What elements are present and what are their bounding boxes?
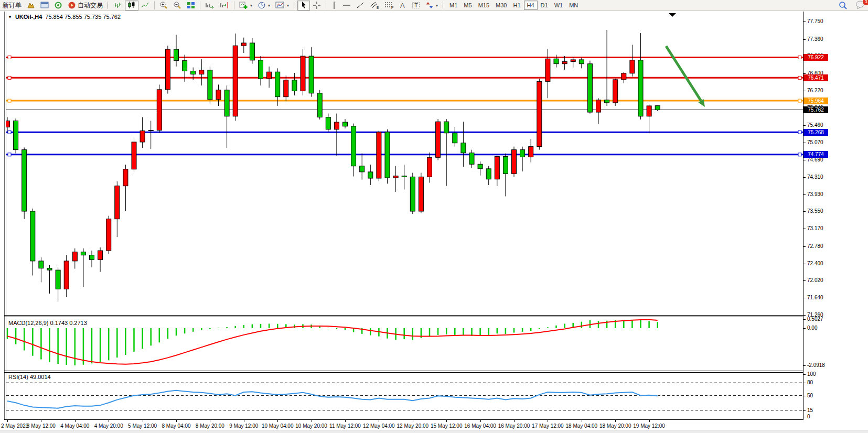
signal-button[interactable]: [51, 1, 65, 10]
auto-scroll-button[interactable]: [202, 1, 217, 10]
market-watch-button[interactable]: [24, 1, 38, 10]
time-label: 4 May 04:00: [60, 423, 89, 429]
rsi-label: RSI(14) 49.0014: [8, 374, 51, 380]
time-tick: [143, 420, 143, 422]
level-handle[interactable]: [798, 153, 801, 156]
zoom-out-button[interactable]: [170, 1, 184, 10]
price-tick: [803, 177, 806, 178]
chat-button[interactable]: 1: [855, 0, 866, 11]
level-handle[interactable]: [8, 131, 11, 134]
rsi-axis-tick: [803, 410, 806, 411]
level-handle[interactable]: [798, 99, 801, 102]
timeframe-M15[interactable]: M15: [475, 1, 492, 10]
cursor-icon: [300, 1, 307, 9]
timeframe-M1[interactable]: M1: [446, 1, 460, 10]
fibonacci-tool-button[interactable]: F: [382, 1, 397, 10]
level-handle[interactable]: [798, 56, 801, 59]
candle-down: [486, 169, 491, 179]
main-chart[interactable]: [6, 13, 803, 315]
toolbar-separator: [154, 1, 155, 9]
terminal-button[interactable]: [38, 1, 51, 10]
cursor-tool-button[interactable]: [297, 1, 310, 10]
level-handle[interactable]: [8, 153, 11, 156]
collapse-triangle-icon[interactable]: ▼: [8, 15, 12, 19]
level-handle[interactable]: [8, 99, 11, 102]
level-handle[interactable]: [798, 76, 801, 79]
chart-line-button[interactable]: [138, 1, 152, 10]
time-label: 8 May 20:00: [196, 423, 224, 429]
indicators-button[interactable]: ▾: [237, 1, 255, 10]
rsi-axis-tick: [803, 417, 806, 417]
candle-down: [410, 177, 415, 211]
candle-up: [647, 106, 651, 116]
auto-trade-button[interactable]: 自动交易: [65, 1, 105, 10]
rsi-axis-tick: [803, 383, 806, 383]
price-axis-border: [803, 12, 803, 420]
search-button[interactable]: [836, 1, 850, 10]
time-tick: [582, 420, 582, 422]
candle-down: [309, 56, 314, 93]
level-handle[interactable]: [8, 56, 11, 59]
trendline-tool-button[interactable]: [353, 1, 367, 10]
price-tick-label: 72.780: [807, 243, 823, 250]
timeframe-M30[interactable]: M30: [492, 1, 510, 10]
time-tick: [379, 420, 379, 422]
label-tool-button[interactable]: T: [409, 1, 423, 10]
svg-text:T: T: [414, 2, 418, 8]
price-badge-75.964: 75.964: [803, 98, 828, 104]
time-label: 11 May 12:00: [329, 423, 361, 429]
price-tick: [803, 91, 806, 91]
arrows-tool-button[interactable]: ▾: [423, 1, 441, 10]
time-tick: [109, 420, 109, 422]
crosshair-tool-button[interactable]: [310, 1, 324, 10]
level-handle[interactable]: [798, 131, 801, 134]
horizontal-line-tool-button[interactable]: [340, 1, 353, 10]
channel-tool-button[interactable]: E: [367, 1, 382, 10]
template-icon: [275, 1, 285, 9]
tile-windows-button[interactable]: [184, 1, 198, 10]
templates-button[interactable]: ▾: [273, 1, 292, 10]
zoom-in-button[interactable]: [157, 1, 170, 10]
chart-candles-button[interactable]: [125, 1, 138, 10]
time-tick: [277, 420, 278, 422]
text-tool-button[interactable]: A: [397, 1, 409, 10]
price-tick: [803, 298, 806, 298]
time-label: 10 May 20:00: [295, 423, 327, 429]
candle-up: [284, 80, 288, 97]
candle-up: [393, 176, 398, 178]
candle-up: [216, 90, 221, 100]
timeframe-M5[interactable]: M5: [460, 1, 475, 10]
candle-up: [334, 122, 339, 129]
timeframe-W1[interactable]: W1: [551, 1, 566, 10]
timeframe-H1[interactable]: H1: [510, 1, 523, 10]
vertical-line-tool-button[interactable]: [328, 1, 340, 10]
price-tick: [803, 229, 806, 229]
toolbar-separator: [326, 1, 326, 9]
timeframe-MN[interactable]: MN: [566, 1, 581, 10]
chart-shift-button[interactable]: [217, 1, 232, 10]
macd-axis-tick: [803, 365, 806, 366]
chevron-down-icon: ▾: [268, 3, 270, 8]
time-label: 10 May 04:00: [262, 423, 294, 429]
level-handle[interactable]: [8, 76, 11, 79]
candle-down: [469, 153, 474, 165]
rsi-axis-label: 80: [807, 380, 813, 386]
time-tick: [244, 420, 244, 422]
new-order-button[interactable]: 新订单: [0, 1, 24, 10]
rsi-panel[interactable]: [6, 372, 803, 419]
time-label: 16 May 20:00: [498, 423, 530, 429]
macd-panel[interactable]: [6, 318, 803, 371]
candle-down: [250, 43, 254, 60]
candle-up: [630, 60, 635, 73]
chart-bars-button[interactable]: [111, 1, 125, 10]
candle-down: [351, 126, 356, 166]
candle-up: [571, 60, 575, 61]
trend-arrow[interactable]: [666, 46, 701, 101]
periods-button[interactable]: ▾: [255, 1, 273, 10]
trendline-icon: [356, 1, 365, 9]
timeframe-H4[interactable]: H4: [524, 1, 538, 10]
rsi-axis-label: 0: [807, 414, 810, 420]
candle-down: [453, 133, 457, 143]
timeframe-D1[interactable]: D1: [538, 1, 551, 10]
price-tick-label: 77.360: [807, 36, 823, 42]
